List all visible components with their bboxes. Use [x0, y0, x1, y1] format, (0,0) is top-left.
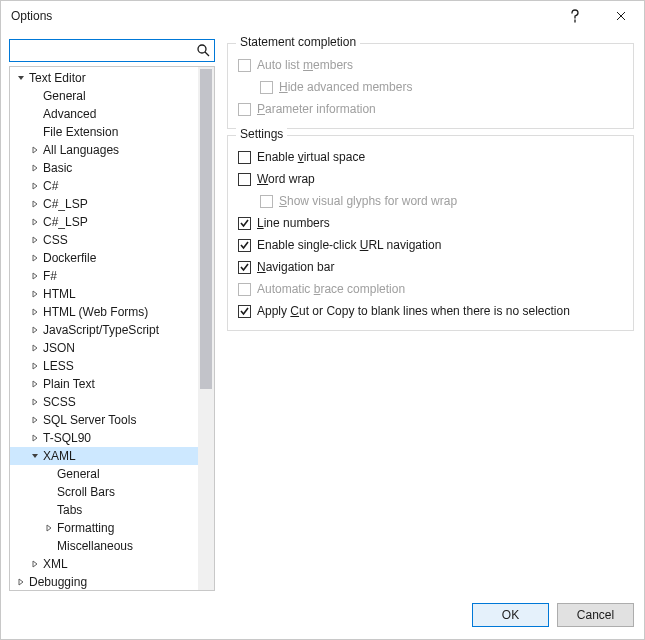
tree-item[interactable]: C#_LSP: [10, 213, 198, 231]
tree-item[interactable]: JavaScript/TypeScript: [10, 321, 198, 339]
tree-item[interactable]: XAML: [10, 447, 198, 465]
tree-item[interactable]: C#: [10, 177, 198, 195]
expand-icon[interactable]: [28, 326, 42, 334]
tree-item[interactable]: HTML (Web Forms): [10, 303, 198, 321]
tree-item[interactable]: Miscellaneous: [10, 537, 198, 555]
tree-item[interactable]: Formatting: [10, 519, 198, 537]
checkbox[interactable]: [238, 239, 251, 252]
tree-item-label: General: [42, 87, 86, 105]
tree-item[interactable]: JSON: [10, 339, 198, 357]
tree-item[interactable]: C#_LSP: [10, 195, 198, 213]
tree-item-label: Tabs: [56, 501, 82, 519]
tree-item[interactable]: SCSS: [10, 393, 198, 411]
tree-item[interactable]: General: [10, 87, 198, 105]
tree-item-label: T-SQL90: [42, 429, 91, 447]
expand-icon[interactable]: [28, 272, 42, 280]
search-icon[interactable]: [195, 42, 211, 58]
search-input[interactable]: [10, 40, 214, 61]
tree-item[interactable]: Advanced: [10, 105, 198, 123]
expand-icon[interactable]: [28, 452, 42, 460]
expand-icon[interactable]: [28, 560, 42, 568]
tree-item[interactable]: HTML: [10, 285, 198, 303]
cancel-button[interactable]: Cancel: [557, 603, 634, 627]
expand-icon[interactable]: [42, 524, 56, 532]
checkbox-label: Hide advanced members: [279, 80, 412, 94]
tree-item-label: LESS: [42, 357, 74, 375]
tree-item-label: General: [56, 465, 100, 483]
checkbox[interactable]: [238, 173, 251, 186]
checkbox-label: Apply Cut or Copy to blank lines when th…: [257, 304, 570, 318]
left-pane: Text EditorGeneralAdvancedFile Extension…: [9, 39, 215, 591]
expand-icon[interactable]: [28, 164, 42, 172]
tree-item[interactable]: XML: [10, 555, 198, 573]
checkbox-row: Parameter information: [238, 98, 623, 120]
group-settings: Settings Enable virtual spaceWord wrapSh…: [227, 135, 634, 331]
expand-icon[interactable]: [28, 398, 42, 406]
checkbox: [260, 195, 273, 208]
tree-item[interactable]: SQL Server Tools: [10, 411, 198, 429]
checkbox-row[interactable]: Line numbers: [238, 212, 623, 234]
checkbox-row[interactable]: Enable virtual space: [238, 146, 623, 168]
tree-item[interactable]: Debugging: [10, 573, 198, 590]
tree-item[interactable]: T-SQL90: [10, 429, 198, 447]
tree-item[interactable]: Plain Text: [10, 375, 198, 393]
scrollbar-thumb[interactable]: [200, 69, 212, 389]
tree-item[interactable]: Dockerfile: [10, 249, 198, 267]
expand-icon[interactable]: [28, 434, 42, 442]
tree-item-label: Formatting: [56, 519, 114, 537]
close-button[interactable]: [598, 1, 644, 31]
tree-item[interactable]: File Extension: [10, 123, 198, 141]
expand-icon[interactable]: [28, 290, 42, 298]
expand-icon[interactable]: [28, 344, 42, 352]
tree-item[interactable]: LESS: [10, 357, 198, 375]
checkbox[interactable]: [238, 217, 251, 230]
tree-item[interactable]: CSS: [10, 231, 198, 249]
checkbox-row[interactable]: Word wrap: [238, 168, 623, 190]
expand-icon[interactable]: [28, 380, 42, 388]
expand-icon[interactable]: [14, 578, 28, 586]
expand-icon[interactable]: [28, 416, 42, 424]
expand-icon[interactable]: [28, 362, 42, 370]
tree-item[interactable]: Tabs: [10, 501, 198, 519]
tree-item[interactable]: Scroll Bars: [10, 483, 198, 501]
tree-item-label: C#_LSP: [42, 213, 88, 231]
checkbox-label: Enable virtual space: [257, 150, 365, 164]
tree-item-label: Debugging: [28, 573, 87, 590]
tree-item-label: Basic: [42, 159, 72, 177]
checkbox[interactable]: [238, 305, 251, 318]
tree-item-label: Scroll Bars: [56, 483, 115, 501]
expand-icon[interactable]: [28, 218, 42, 226]
expand-icon[interactable]: [28, 182, 42, 190]
checkbox: [238, 103, 251, 116]
tree-item[interactable]: F#: [10, 267, 198, 285]
checkbox-row: Auto list members: [238, 54, 623, 76]
expand-icon[interactable]: [28, 308, 42, 316]
tree-item-label: C#_LSP: [42, 195, 88, 213]
tree-item[interactable]: Text Editor: [10, 69, 198, 87]
expand-icon[interactable]: [14, 74, 28, 82]
expand-icon[interactable]: [28, 236, 42, 244]
right-pane: Statement completion Auto list membersHi…: [227, 39, 634, 591]
checkbox-row[interactable]: Apply Cut or Copy to blank lines when th…: [238, 300, 623, 322]
checkbox-label: Navigation bar: [257, 260, 334, 274]
checkbox-row[interactable]: Enable single-click URL navigation: [238, 234, 623, 256]
tree-item-label: C#: [42, 177, 58, 195]
expand-icon[interactable]: [28, 200, 42, 208]
options-dialog: Options Text EditorGeneralAdvancedFile E…: [0, 0, 645, 640]
checkbox[interactable]: [238, 261, 251, 274]
checkbox-row[interactable]: Navigation bar: [238, 256, 623, 278]
expand-icon[interactable]: [28, 146, 42, 154]
tree-item[interactable]: General: [10, 465, 198, 483]
checkbox: [238, 283, 251, 296]
checkbox-label: Parameter information: [257, 102, 376, 116]
tree-item[interactable]: All Languages: [10, 141, 198, 159]
tree-item-label: Miscellaneous: [56, 537, 133, 555]
tree-item[interactable]: Basic: [10, 159, 198, 177]
tree-item-label: All Languages: [42, 141, 119, 159]
scrollbar[interactable]: [198, 67, 214, 590]
checkbox[interactable]: [238, 151, 251, 164]
tree-item-label: HTML: [42, 285, 76, 303]
ok-button[interactable]: OK: [472, 603, 549, 627]
expand-icon[interactable]: [28, 254, 42, 262]
help-button[interactable]: [552, 1, 598, 31]
